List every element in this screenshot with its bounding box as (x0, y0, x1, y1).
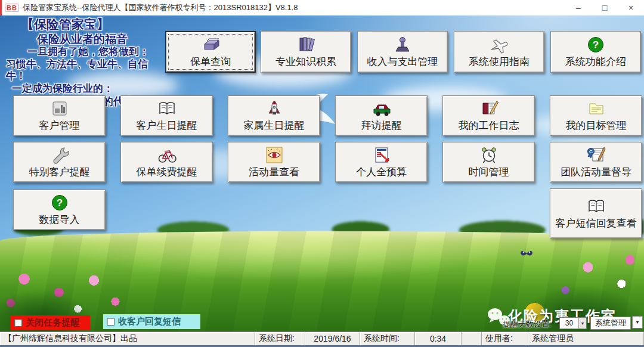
maximize-button[interactable]: □ (592, 3, 618, 13)
button-label: 时间管理 (469, 165, 509, 179)
customer-mgmt-button[interactable]: 客户管理 (13, 95, 106, 136)
button-label: 保单查询 (190, 55, 231, 69)
features-intro-button[interactable]: ? 系统功能介绍 (550, 31, 641, 73)
folder-icon (586, 99, 607, 118)
promo-line: 保险从业者的福音 (37, 32, 167, 46)
window-title: 保险管家宝系统--保险代理人【国家软件著作权专利号：2013SR018132】V… (23, 2, 298, 13)
user-value: 系统管理员 (528, 332, 644, 345)
close-task-reminder-checkbox[interactable]: 关闭任务提醒 (11, 315, 90, 330)
button-label: 家属生日提醒 (244, 119, 305, 132)
button-label: 系统功能介绍 (565, 55, 626, 69)
button-label: 团队活动量督导 (561, 165, 631, 179)
user-label: 使用者: (482, 332, 528, 345)
airplane-icon (488, 35, 510, 54)
button-label: 保单续费提醒 (137, 165, 197, 179)
button-label: 个人全预算 (356, 165, 407, 179)
factory-icon (49, 99, 70, 118)
company-credit: 【广州缔辉信息科技有限公司】出品 (0, 332, 255, 345)
system-date-value: 2019/6/16 (305, 332, 360, 345)
alarm-clock-icon (478, 145, 500, 165)
family-birthday-button[interactable]: 家属生日提醒 (228, 95, 320, 136)
team-supervision-button[interactable]: C 团队活动量督导 (550, 142, 642, 182)
journal-pen-icon (478, 99, 500, 118)
button-label: 专业知识积累 (275, 55, 336, 69)
promo-line: 【保险管家宝】 (21, 17, 167, 32)
button-label: 特别客户提醒 (29, 165, 90, 179)
button-label: 客户短信回复查看 (556, 216, 637, 230)
knowledge-button[interactable]: 专业知识积累 (261, 31, 351, 73)
button-label: 客户生日提醒 (137, 119, 197, 132)
checkbox-label: 关闭任务提醒 (26, 317, 79, 329)
printer-icon (200, 35, 221, 54)
green-question-icon: ? (585, 35, 606, 54)
activity-view-button[interactable]: 活动量查看 (228, 142, 320, 182)
button-label: 系统使用指南 (469, 55, 530, 69)
special-customer-button[interactable]: 特别客户提醒 (13, 142, 106, 182)
svg-text:C: C (589, 149, 593, 154)
button-label: 我的目标管理 (566, 119, 627, 132)
button-label: 拜访提醒 (361, 119, 402, 132)
reminder-days-spinner[interactable]: 30 ▼ (559, 317, 587, 329)
rocket-icon (264, 99, 285, 118)
checkbox-box[interactable] (107, 318, 114, 326)
green-question-icon: ? (49, 193, 70, 212)
policy-query-button[interactable]: 保单查询 (165, 31, 256, 73)
butterfly-icon (520, 248, 533, 261)
system-date-label: 系统日期: (255, 332, 305, 345)
budget-icon (371, 145, 392, 165)
customer-birthday-button[interactable]: 客户生日提醒 (120, 95, 213, 136)
svg-text:?: ? (56, 197, 62, 209)
window-controls: – □ × (565, 3, 644, 13)
stamp-icon (392, 35, 413, 54)
personal-budget-button[interactable]: 个人全预算 (335, 142, 428, 182)
app-logo: BB (5, 4, 19, 12)
income-expense-button[interactable]: 收入与支出管理 (357, 31, 448, 73)
visit-reminder-button[interactable]: 拜访提醒 (335, 95, 428, 136)
supervision-icon: C (586, 145, 607, 165)
books-icon (295, 35, 317, 54)
data-import-button[interactable]: ? 数据导入 (13, 190, 106, 230)
reminder-days-label: 提醒天数设置: (503, 319, 552, 330)
system-mgmt-button[interactable]: 系统管理 (590, 317, 631, 330)
button-label: 数据导入 (39, 213, 80, 227)
bicycle-icon (156, 145, 178, 165)
close-button[interactable]: × (618, 3, 644, 13)
sms-reply-view-button[interactable]: 客户短信回复查看 (550, 188, 642, 238)
system-time-label: 系统时间: (360, 332, 415, 345)
button-label: 收入与支出管理 (367, 55, 438, 69)
minimize-button[interactable]: – (565, 3, 592, 13)
promo-text: 【保险管家宝】 保险从业者的福音 一旦拥有了她，您将做到： 习惯牛、方法牛、专业… (5, 17, 167, 109)
goal-mgmt-button[interactable]: 我的目标管理 (550, 95, 642, 136)
system-mgmt-dropdown-icon[interactable]: ▼ (632, 316, 643, 329)
checkbox-label: 收客户回复短信 (118, 316, 181, 327)
statusbar-spacer (462, 332, 482, 345)
button-label: 客户管理 (39, 119, 80, 132)
button-label: 我的工作日志 (459, 119, 519, 132)
app-window: BB 保险管家宝系统--保险代理人【国家软件著作权专利号：2013SR01813… (0, 0, 644, 347)
button-label: 活动量查看 (249, 165, 299, 179)
renewal-reminder-button[interactable]: 保单续费提醒 (120, 142, 213, 182)
status-bar: 【广州缔辉信息科技有限公司】出品 系统日期: 2019/6/16 系统时间: 0… (0, 331, 644, 347)
user-guide-button[interactable]: 系统使用指南 (454, 31, 544, 73)
receive-reply-sms-checkbox[interactable]: 收客户回复短信 (103, 314, 200, 329)
open-book-icon (586, 197, 607, 216)
title-bar: BB 保险管家宝系统--保险代理人【国家软件著作权专利号：2013SR01813… (0, 0, 644, 16)
open-book-icon (156, 99, 178, 118)
promo-line: 习惯牛、方法牛、专业牛、自信牛！ (6, 58, 167, 83)
eye-icon (264, 145, 285, 165)
time-mgmt-button[interactable]: 时间管理 (442, 142, 535, 182)
checkbox-box[interactable] (14, 319, 22, 327)
reminder-days-value: 30 (560, 319, 578, 327)
system-time-value: 0:34 (415, 332, 462, 345)
promo-line: 一定成为保险行业的： (12, 83, 167, 95)
promo-line: 一旦拥有了她，您将做到： (27, 46, 167, 58)
work-journal-button[interactable]: 我的工作日志 (442, 95, 535, 136)
car-icon (371, 99, 392, 118)
wrench-icon (49, 145, 70, 165)
spinner-down-icon[interactable]: ▼ (578, 318, 586, 329)
svg-text:?: ? (593, 39, 599, 51)
